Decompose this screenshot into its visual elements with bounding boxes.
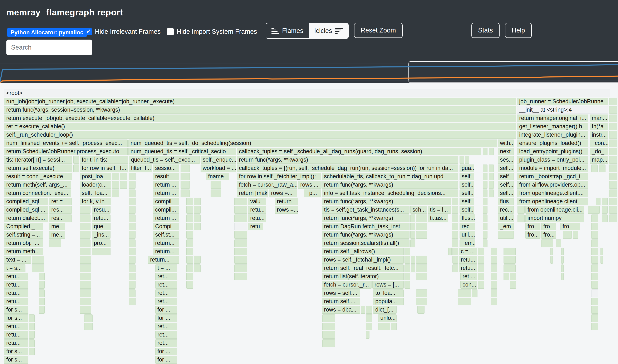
flame-cell[interactable]: util.... <box>498 214 514 222</box>
flame-cell-unlabeled[interactable] <box>417 306 425 314</box>
flame-cell-unlabeled[interactable] <box>186 239 193 247</box>
flame-cell[interactable]: from openlineage.client.... <box>517 198 588 205</box>
flame-cell-unlabeled[interactable] <box>129 264 136 272</box>
flame-cell[interactable]: return manager.original_i... <box>517 115 588 122</box>
flame-cell[interactable]: next... <box>498 148 514 155</box>
flame-cell-unlabeled[interactable] <box>186 198 193 205</box>
flame-cell[interactable]: info = self.task_instance_scheduling_dec… <box>322 190 458 197</box>
flame-cell[interactable]: rec.... <box>460 223 475 230</box>
hide-irrelevant-frames-checkbox[interactable]: Hide Irrelevant Frames <box>85 28 161 35</box>
flame-cell-unlabeled[interactable] <box>80 273 91 280</box>
flame-cell[interactable]: return func(*args, **kwargs) <box>322 198 451 205</box>
flame-cell[interactable]: result = conn._execute... <box>4 173 72 180</box>
flame-cell-unlabeled[interactable] <box>609 123 617 130</box>
flame-cell[interactable]: retu... <box>459 256 477 264</box>
flame-cell-unlabeled[interactable] <box>591 264 598 272</box>
flame-cell[interactable]: loader(c... <box>80 181 111 189</box>
flame-cell-unlabeled[interactable] <box>80 248 91 255</box>
flame-cell[interactable]: return func(*args, **kwargs) <box>237 156 458 164</box>
flame-cell[interactable]: return func(*args, **kwargs) <box>322 181 458 189</box>
flame-cell-unlabeled[interactable] <box>80 281 91 289</box>
flame-cell-unlabeled[interactable] <box>186 264 193 272</box>
flame-cell-unlabeled[interactable] <box>478 281 484 289</box>
flame-cell-unlabeled[interactable] <box>452 206 458 214</box>
flame-cell-unlabeled[interactable] <box>591 214 598 222</box>
flame-cell-unlabeled[interactable] <box>194 256 201 264</box>
flame-cell-unlabeled[interactable] <box>73 165 79 172</box>
flame-cell[interactable]: filter_f... <box>129 165 152 172</box>
flame-cell-unlabeled[interactable] <box>561 256 563 264</box>
flame-cell[interactable]: retu... <box>248 206 266 214</box>
flame-cell[interactable]: t = s... <box>4 264 26 272</box>
flame-cell[interactable]: self.string =... <box>4 231 43 239</box>
flame-cell-unlabeled[interactable] <box>563 231 572 239</box>
flame-cell-unlabeled[interactable] <box>491 248 497 255</box>
flame-cell[interactable]: run_job(job=job_runner.job, execute_call… <box>4 98 516 105</box>
flame-cell[interactable]: rows = self._fetchall_impl() <box>322 256 404 264</box>
flame-cell-unlabeled[interactable] <box>80 239 91 247</box>
flame-cell[interactable]: self.... <box>460 181 474 189</box>
flame-cell-unlabeled[interactable] <box>234 206 247 214</box>
flame-cell-unlabeled[interactable] <box>410 214 415 222</box>
flame-cell-unlabeled[interactable] <box>410 239 415 247</box>
flame-cell-unlabeled[interactable] <box>112 181 119 189</box>
flame-cell[interactable]: instr... <box>590 131 608 139</box>
flame-cell[interactable]: resu... <box>92 206 110 214</box>
flame-cell-unlabeled[interactable] <box>129 231 136 239</box>
flame-cell-unlabeled[interactable] <box>453 248 458 255</box>
flame-cell[interactable]: Compi... <box>153 223 179 230</box>
flame-cell[interactable]: compil... <box>153 198 179 205</box>
flame-cell[interactable]: for ... <box>155 306 177 314</box>
flame-cell-unlabeled[interactable] <box>129 289 136 297</box>
flame-cell-unlabeled[interactable] <box>129 214 136 222</box>
flame-cell-unlabeled[interactable] <box>483 181 487 189</box>
flame-cell-unlabeled[interactable] <box>416 231 427 239</box>
flame-cell-unlabeled[interactable] <box>498 231 514 239</box>
flame-cell-unlabeled[interactable] <box>366 323 372 330</box>
flame-cell-unlabeled[interactable] <box>591 256 598 264</box>
flame-cell-unlabeled[interactable] <box>452 223 458 230</box>
flame-cell[interactable]: ret... <box>155 289 177 297</box>
flame-cell-unlabeled[interactable] <box>609 181 617 189</box>
flame-cell-unlabeled[interactable] <box>180 165 190 172</box>
flame-cell-unlabeled[interactable] <box>194 206 201 214</box>
flame-cell-unlabeled[interactable] <box>234 264 247 272</box>
flame-cell-unlabeled[interactable] <box>452 231 458 239</box>
flame-cell-unlabeled[interactable] <box>483 173 487 180</box>
flame-cell[interactable]: return self.... <box>322 298 360 305</box>
flame-cell-unlabeled[interactable] <box>234 256 247 264</box>
flame-cell-unlabeled[interactable] <box>491 289 497 297</box>
checkbox-checked-icon[interactable] <box>85 28 92 35</box>
flame-cell-unlabeled[interactable] <box>609 214 617 222</box>
flame-cell[interactable]: return connection._exe... <box>4 190 71 197</box>
flame-cell[interactable]: retu... <box>248 223 263 230</box>
flame-cell-unlabeled[interactable] <box>39 298 45 305</box>
flame-cell-unlabeled[interactable] <box>234 198 247 205</box>
flame-cell-unlabeled[interactable] <box>129 173 136 180</box>
flame-cell[interactable]: self.... <box>498 181 514 189</box>
flame-cell-unlabeled[interactable] <box>404 273 410 280</box>
flame-cell[interactable]: retu... <box>459 264 477 272</box>
flame-cell-unlabeled[interactable] <box>591 223 598 230</box>
flame-cell-unlabeled[interactable] <box>591 273 598 280</box>
flame-cell-unlabeled[interactable] <box>483 198 487 205</box>
flame-cell[interactable]: num_queued_tis = self._critical_sectio..… <box>128 148 236 155</box>
flame-cell-unlabeled[interactable] <box>129 256 136 264</box>
flame-cell-unlabeled[interactable] <box>489 148 494 155</box>
flame-cell[interactable]: __init__ at <string>:4 <box>517 106 608 114</box>
flame-cell-unlabeled[interactable] <box>561 248 563 255</box>
flame-cell-unlabeled[interactable] <box>361 306 365 314</box>
flame-cell[interactable]: module = import_module... <box>517 165 588 172</box>
flame-cell[interactable]: _do_... <box>590 148 608 155</box>
flame-cell[interactable]: return... <box>153 239 179 247</box>
flame-cell-unlabeled[interactable] <box>80 231 91 239</box>
flame-cell-unlabeled[interactable] <box>491 298 497 305</box>
flame-cell[interactable]: num_finished_events += self._process_exe… <box>4 140 128 147</box>
flame-cell-unlabeled[interactable] <box>491 264 497 272</box>
flame-cell-unlabeled[interactable] <box>478 248 484 255</box>
flame-cell[interactable]: retu... <box>4 339 28 347</box>
flame-cell-unlabeled[interactable] <box>129 248 136 255</box>
flame-cell[interactable]: ret... <box>155 339 177 347</box>
flame-cell-unlabeled[interactable] <box>609 173 617 180</box>
flame-cell-unlabeled[interactable] <box>80 206 91 214</box>
